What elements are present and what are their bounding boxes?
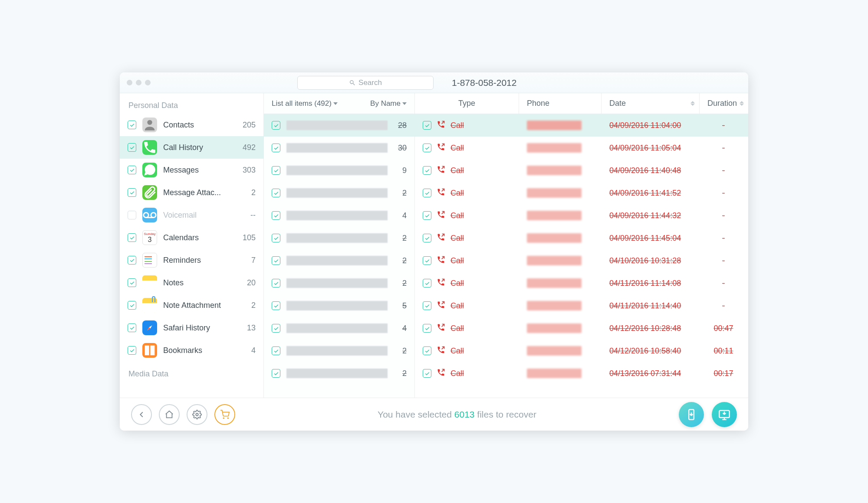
list-item[interactable]: 28 <box>264 114 414 137</box>
checkbox[interactable] <box>423 211 431 220</box>
table-row[interactable]: Call04/11/2016 11:14:08- <box>415 272 748 294</box>
footer-nav <box>131 404 235 425</box>
call-type: Call <box>450 369 464 378</box>
sidebar-item-reminders[interactable]: Reminders7 <box>120 249 263 271</box>
column-date[interactable]: Date <box>602 93 700 114</box>
checkbox[interactable] <box>128 256 136 265</box>
checkbox[interactable] <box>128 301 136 310</box>
checkbox[interactable] <box>423 256 431 265</box>
message-icon <box>142 163 157 177</box>
redacted-name <box>286 143 388 153</box>
column-phone[interactable]: Phone <box>519 93 602 114</box>
table-row[interactable]: Call04/12/2016 10:28:4800:47 <box>415 317 748 340</box>
column-duration[interactable]: Duration <box>700 93 748 114</box>
home-button[interactable] <box>159 404 180 425</box>
checkbox[interactable] <box>272 324 280 333</box>
checkbox[interactable] <box>423 301 431 310</box>
sidebar-item-count: 20 <box>247 278 256 287</box>
checkbox[interactable] <box>272 234 280 242</box>
checkbox[interactable] <box>423 346 431 355</box>
checkbox[interactable] <box>272 369 280 378</box>
checkbox[interactable] <box>128 188 136 197</box>
back-button[interactable] <box>131 404 152 425</box>
sidebar-item-contacts[interactable]: Contacts205 <box>120 114 263 136</box>
table-row[interactable]: Call04/13/2016 07:31:4400:17 <box>415 362 748 385</box>
checkbox[interactable] <box>128 346 136 355</box>
sort-dropdown[interactable]: By Name <box>370 99 407 108</box>
sidebar-item-message[interactable]: Messages303 <box>120 159 263 181</box>
column-type[interactable]: Type <box>415 93 519 114</box>
checkbox[interactable] <box>423 189 431 197</box>
checkbox[interactable] <box>128 166 136 174</box>
checkbox[interactable] <box>423 144 431 152</box>
table-row[interactable]: Call04/12/2016 10:58:4000:11 <box>415 340 748 362</box>
checkbox[interactable] <box>272 211 280 220</box>
checkbox[interactable] <box>128 233 136 242</box>
detail-header: Type Phone Date Duration <box>415 93 748 114</box>
table-row[interactable]: Call04/09/2016 11:41:52- <box>415 182 748 204</box>
sidebar-item-noteattach[interactable]: Note Attachment2 <box>120 294 263 317</box>
table-row[interactable]: Call04/10/2016 10:31:28- <box>415 249 748 272</box>
sidebar-item-notes[interactable]: Notes20 <box>120 271 263 294</box>
list-item[interactable]: 30 <box>264 137 414 159</box>
list-item[interactable]: 2 <box>264 227 414 249</box>
checkbox[interactable] <box>128 211 136 219</box>
checkbox[interactable] <box>423 121 431 130</box>
checkbox[interactable] <box>272 279 280 287</box>
checkbox[interactable] <box>423 166 431 175</box>
list-item[interactable]: 4 <box>264 317 414 340</box>
recover-to-computer-button[interactable] <box>712 402 737 427</box>
checkbox[interactable] <box>128 143 136 152</box>
cart-button[interactable] <box>214 404 235 425</box>
recover-to-device-button[interactable] <box>679 402 704 427</box>
titlebar: Search 1-878-058-2012 <box>120 72 748 93</box>
list-item[interactable]: 2 <box>264 182 414 204</box>
checkbox[interactable] <box>272 256 280 265</box>
list-item[interactable]: 4 <box>264 204 414 227</box>
checkbox[interactable] <box>423 369 431 378</box>
checkbox[interactable] <box>128 323 136 332</box>
list-item[interactable]: 2 <box>264 272 414 294</box>
checkbox[interactable] <box>272 166 280 175</box>
list-item[interactable]: 5 <box>264 294 414 317</box>
checkbox[interactable] <box>423 279 431 287</box>
checkbox[interactable] <box>423 234 431 242</box>
call-duration: - <box>722 121 725 130</box>
close-window-button[interactable] <box>127 80 132 85</box>
checkbox[interactable] <box>272 346 280 355</box>
table-row[interactable]: Call04/09/2016 11:45:04- <box>415 227 748 249</box>
checkbox[interactable] <box>272 121 280 130</box>
checkbox[interactable] <box>423 324 431 333</box>
table-row[interactable]: Call04/11/2016 11:14:40- <box>415 294 748 317</box>
sidebar-item-label: Voicemail <box>163 211 244 220</box>
list-filter-dropdown[interactable]: List all items (492) <box>272 99 338 108</box>
sidebar-item-phone[interactable]: Call History492 <box>120 136 263 159</box>
table-row[interactable]: Call04/09/2016 11:05:04- <box>415 137 748 159</box>
sidebar-item-voicemail[interactable]: Voicemail-- <box>120 204 263 226</box>
sidebar-item-calendar[interactable]: Sunday3Calendars105 <box>120 226 263 249</box>
redacted-name <box>286 346 388 356</box>
checkbox[interactable] <box>272 189 280 197</box>
search-input[interactable]: Search <box>297 76 434 90</box>
checkbox[interactable] <box>128 278 136 287</box>
settings-button[interactable] <box>187 404 207 425</box>
call-type: Call <box>450 166 464 175</box>
list-item[interactable]: 2 <box>264 249 414 272</box>
sidebar-item-attach[interactable]: Message Attac...2 <box>120 181 263 204</box>
list-item[interactable]: 2 <box>264 362 414 385</box>
table-row[interactable]: Call04/09/2016 11:44:32- <box>415 204 748 227</box>
app-window: Search 1-878-058-2012 Personal Data Cont… <box>120 72 748 431</box>
list-item[interactable]: 9 <box>264 159 414 182</box>
checkbox[interactable] <box>272 144 280 152</box>
sidebar-item-bookmarks[interactable]: Bookmarks4 <box>120 339 263 362</box>
checkbox[interactable] <box>128 121 136 129</box>
maximize-window-button[interactable] <box>145 80 151 85</box>
list-item[interactable]: 2 <box>264 340 414 362</box>
table-row[interactable]: Call04/09/2016 11:04:00- <box>415 114 748 137</box>
table-row[interactable]: Call04/09/2016 11:40:48- <box>415 159 748 182</box>
sidebar-item-safari[interactable]: Safari History13 <box>120 317 263 339</box>
checkbox[interactable] <box>272 301 280 310</box>
minimize-window-button[interactable] <box>136 80 141 85</box>
svg-point-1 <box>144 212 148 217</box>
redacted-name <box>286 301 388 310</box>
